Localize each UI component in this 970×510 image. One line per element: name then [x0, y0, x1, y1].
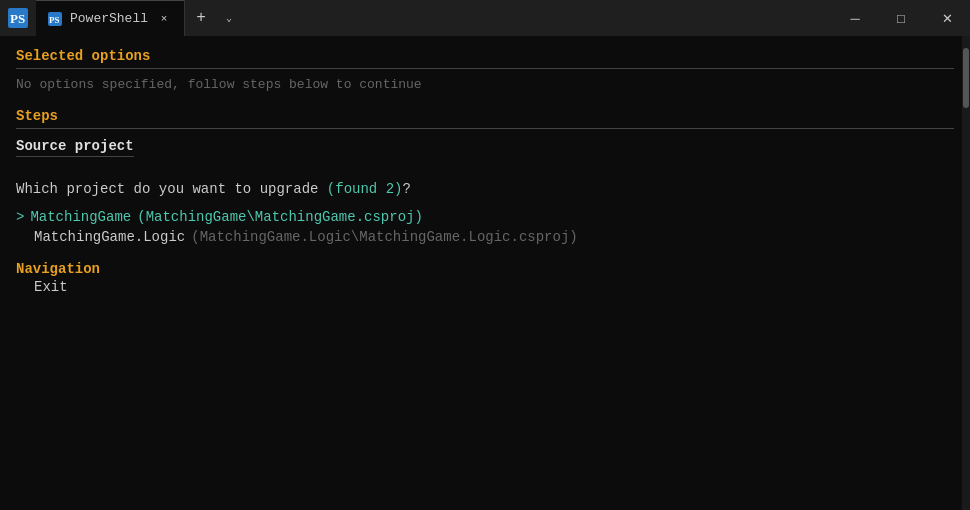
project-path-2: (MatchingGame.Logic\MatchingGame.Logic.c…	[191, 229, 577, 245]
tab-icon: PS	[48, 12, 62, 26]
project-item-selected[interactable]: > MatchingGame (MatchingGame\MatchingGam…	[16, 209, 954, 225]
selected-options-label: Selected options	[16, 48, 954, 64]
terminal-content: Selected options No options specified, f…	[0, 36, 970, 510]
tab-dropdown-button[interactable]: ⌄	[217, 2, 241, 34]
title-bar: PS PS PowerShell × + ⌄ ─ □ ✕	[0, 0, 970, 36]
navigation-label: Navigation	[16, 261, 954, 277]
project-name-2: MatchingGame.Logic	[34, 229, 185, 245]
question-text: Which project do you want to upgrade	[16, 181, 327, 197]
project-name-1: MatchingGame	[30, 209, 131, 225]
navigation-exit[interactable]: Exit	[16, 279, 954, 295]
question-end: ?	[402, 181, 410, 197]
window-controls: ─ □ ✕	[832, 0, 970, 36]
found-label: (found 2)	[327, 181, 403, 197]
selection-arrow-icon: >	[16, 209, 24, 225]
tab-label: PowerShell	[70, 11, 148, 26]
svg-text:PS: PS	[10, 11, 25, 26]
new-tab-button[interactable]: +	[185, 2, 217, 34]
question-line: Which project do you want to upgrade (fo…	[16, 181, 954, 197]
tab-close-button[interactable]: ×	[156, 11, 172, 27]
steps-divider	[16, 128, 954, 129]
tab-area: PS PowerShell × + ⌄	[36, 0, 832, 36]
minimize-button[interactable]: ─	[832, 0, 878, 36]
no-options-text: No options specified, follow steps below…	[16, 77, 954, 92]
scrollbar-thumb[interactable]	[963, 48, 969, 108]
svg-text:PS: PS	[49, 15, 60, 25]
close-button[interactable]: ✕	[924, 0, 970, 36]
tab-powershell[interactable]: PS PowerShell ×	[36, 0, 185, 36]
scrollbar-track[interactable]	[962, 36, 970, 510]
maximize-button[interactable]: □	[878, 0, 924, 36]
app-icon: PS	[8, 8, 28, 28]
selected-options-divider	[16, 68, 954, 69]
source-project-step: Source project	[16, 138, 134, 157]
steps-label: Steps	[16, 108, 954, 124]
project-path-1: (MatchingGame\MatchingGame.csproj)	[137, 209, 423, 225]
project-item-unselected[interactable]: MatchingGame.Logic (MatchingGame.Logic\M…	[16, 229, 954, 245]
